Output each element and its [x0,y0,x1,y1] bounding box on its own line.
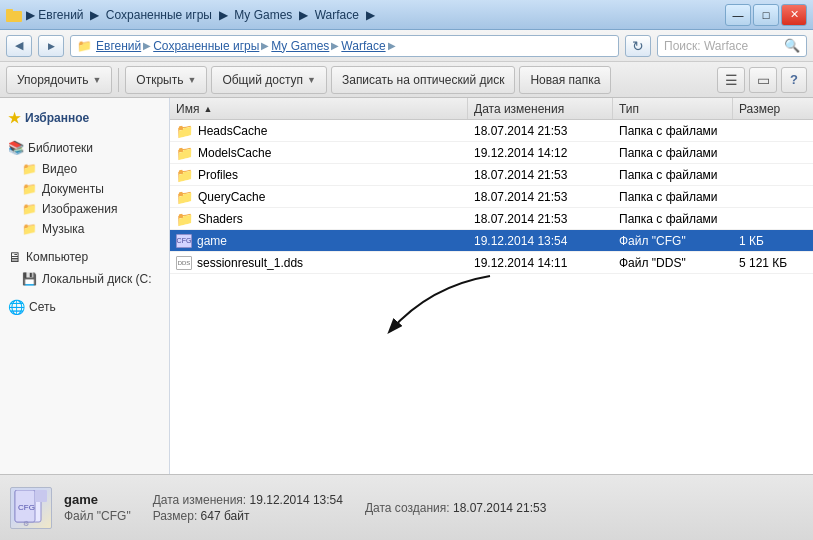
share-button[interactable]: Общий доступ ▼ [211,66,327,94]
folder-icon: 📁 [176,189,193,205]
file-name: Profiles [198,168,238,182]
window: ▶ Евгений ▶ Сохраненные игры ▶ My Games … [0,0,813,540]
open-button[interactable]: Открыть ▼ [125,66,207,94]
sidebar-computer-header[interactable]: 🖥 Компьютер [0,245,169,269]
help-button[interactable]: ? [781,67,807,93]
address-bar: ◀ ▶ 📁 Евгений ▶ Сохраненные игры ▶ My Ga… [0,30,813,62]
column-date-label: Дата изменения [474,102,564,116]
breadcrumb-chevron-1: ▶ [143,40,151,51]
svg-text:CFG: CFG [18,503,35,512]
close-button[interactable]: ✕ [781,4,807,26]
cfg-icon: CFG [176,234,192,248]
file-name: Shaders [198,212,243,226]
search-icon[interactable]: 🔍 [784,38,800,53]
open-label: Открыть [136,73,183,87]
sidebar-favorites-label: Избранное [25,111,89,125]
sidebar-network-label: Сеть [29,300,56,314]
file-name: ModelsCache [198,146,271,160]
file-name: game [197,234,227,248]
sidebar-section-favorites: ★ Избранное [0,106,169,130]
file-name: QueryCache [198,190,265,204]
sidebar-section-libraries: 📚 Библиотеки 📁 Видео 📁 Документы 📁 Изобр… [0,136,169,239]
drive-c-icon: 💾 [22,272,37,286]
refresh-button[interactable]: ↻ [625,35,651,57]
sidebar-network-header[interactable]: 🌐 Сеть [0,295,169,319]
breadcrumb-item-2[interactable]: Сохраненные игры [153,39,259,53]
size-label: Размер: [153,509,198,523]
table-row[interactable]: 📁 QueryCache 18.07.2014 21:53 Папка с фа… [170,186,813,208]
table-row[interactable]: 📁 Shaders 18.07.2014 21:53 Папка с файла… [170,208,813,230]
file-preview-icon: CFG ⚙ [10,487,52,529]
sidebar-item-music[interactable]: 📁 Музыка [0,219,169,239]
svg-rect-1 [6,9,13,13]
sidebar-video-label: Видео [42,162,77,176]
toolbar: Упорядочить ▼ Открыть ▼ Общий доступ ▼ З… [0,62,813,98]
sidebar-favorites-header[interactable]: ★ Избранное [0,106,169,130]
file-list-header: Имя ▲ Дата изменения Тип Размер [170,98,813,120]
sidebar-section-computer: 🖥 Компьютер 💾 Локальный диск (C: [0,245,169,289]
share-label: Общий доступ [222,73,303,87]
file-info: game Файл "CFG" [64,492,131,523]
cfg-file-icon: CFG ⚙ [13,490,49,526]
sidebar-item-images[interactable]: 📁 Изображения [0,199,169,219]
forward-button[interactable]: ▶ [38,35,64,57]
sidebar-item-video[interactable]: 📁 Видео [0,159,169,179]
sidebar-item-drive-c[interactable]: 💾 Локальный диск (C: [0,269,169,289]
folder-icon: 📁 [176,211,193,227]
column-type-header[interactable]: Тип [613,98,733,119]
status-bar: CFG ⚙ game Файл "CFG" Дата изменения: 19… [0,474,813,540]
sidebar-item-documents[interactable]: 📁 Документы [0,179,169,199]
title-bar-left: ▶ Евгений ▶ Сохраненные игры ▶ My Games … [6,7,725,23]
column-date-header[interactable]: Дата изменения [468,98,613,119]
table-row[interactable]: 📁 HeadsCache 18.07.2014 21:53 Папка с фа… [170,120,813,142]
folder-video-icon: 📁 [22,162,37,176]
created-value: 18.07.2014 21:53 [453,501,546,515]
share-dropdown-icon: ▼ [307,75,316,85]
library-icon: 📚 [8,140,24,155]
folder-music-icon: 📁 [22,222,37,236]
file-meta-created-row: Дата создания: 18.07.2014 21:53 [365,501,546,515]
window-icon [6,7,22,23]
folder-images-icon: 📁 [22,202,37,216]
modified-label: Дата изменения: [153,493,247,507]
table-row[interactable]: CFG game 19.12.2014 13:54 Файл "CFG" 1 К… [170,230,813,252]
breadcrumb-bar[interactable]: 📁 Евгений ▶ Сохраненные игры ▶ My Games … [70,35,619,57]
burn-button[interactable]: Записать на оптический диск [331,66,516,94]
table-row[interactable]: DDS sessionresult_1.dds 19.12.2014 14:11… [170,252,813,274]
view-toggle-button[interactable]: ☰ [717,67,745,93]
dds-icon: DDS [176,256,192,270]
back-button[interactable]: ◀ [6,35,32,57]
modified-value: 19.12.2014 13:54 [250,493,343,507]
status-file-name: game [64,492,131,507]
new-folder-button[interactable]: Новая папка [519,66,611,94]
maximize-button[interactable]: □ [753,4,779,26]
file-meta-size-row: Размер: 647 байт [153,509,343,523]
main-layout: ★ Избранное 📚 Библиотеки 📁 Видео 📁 Докум… [0,98,813,474]
breadcrumb-item-1[interactable]: Евгений [96,39,141,53]
sidebar-section-network: 🌐 Сеть [0,295,169,319]
column-size-header[interactable]: Размер [733,98,813,119]
arrange-button[interactable]: Упорядочить ▼ [6,66,112,94]
search-placeholder: Поиск: Warface [664,39,748,53]
column-name-header[interactable]: Имя ▲ [170,98,468,119]
search-bar[interactable]: Поиск: Warface 🔍 [657,35,807,57]
view-panel-button[interactable]: ▭ [749,67,777,93]
size-value: 647 байт [201,509,250,523]
network-icon: 🌐 [8,299,25,315]
sidebar-documents-label: Документы [42,182,104,196]
file-name: HeadsCache [198,124,267,138]
toolbar-right: ☰ ▭ ? [717,67,807,93]
status-file-type: Файл "CFG" [64,509,131,523]
minimize-button[interactable]: — [725,4,751,26]
sidebar-images-label: Изображения [42,202,117,216]
toolbar-separator-1 [118,68,119,92]
breadcrumb-item-3[interactable]: My Games [271,39,329,53]
table-row[interactable]: 📁 Profiles 18.07.2014 21:53 Папка с файл… [170,164,813,186]
breadcrumb-chevron-2: ▶ [261,40,269,51]
table-row[interactable]: 📁 ModelsCache 19.12.2014 14:12 Папка с ф… [170,142,813,164]
new-folder-label: Новая папка [530,73,600,87]
file-meta-modified-row: Дата изменения: 19.12.2014 13:54 [153,493,343,507]
breadcrumb-item-4[interactable]: Warface [341,39,385,53]
sidebar-computer-label: Компьютер [26,250,88,264]
sidebar-libraries-header[interactable]: 📚 Библиотеки [0,136,169,159]
